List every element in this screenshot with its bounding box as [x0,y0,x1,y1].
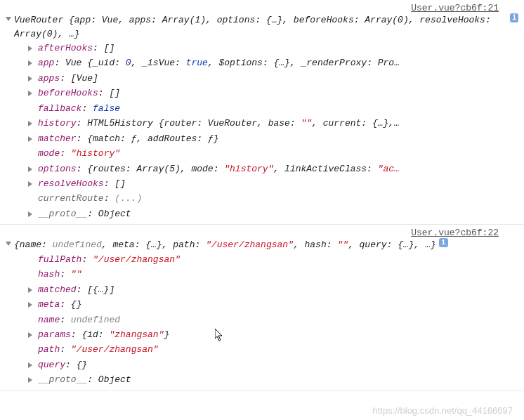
property-value-part: false [93,103,120,114]
property-value-part: , addRoutes: [136,133,207,144]
property-value-part: ƒ [208,133,214,144]
property-body: params: {id: "zhangsan"} [38,327,169,342]
property-value-part: {} [77,360,88,370]
property-value-part: {} [71,299,82,310]
chevron-right-icon[interactable] [28,181,32,187]
chevron-right-icon[interactable] [28,46,32,51]
object-summary: {name: undefined, meta: {…}, path: "/use… [14,238,436,252]
property-body: apps: [Vue] [38,71,98,86]
property-list: fullPath: "/user/zhangsan"hash: ""matche… [6,252,518,388]
property-value-part: "/user/zhangsan" [93,254,181,265]
chevron-right-icon[interactable] [28,76,32,81]
property-row[interactable]: __proto__: Object [28,206,518,221]
property-value-part: "history" [71,148,120,159]
source-link[interactable]: User.vue?cb6f:21 [6,3,518,13]
property-row[interactable]: app: Vue {_uid: 0, _isVue: true, $option… [28,55,518,70]
property-row[interactable]: history: HTML5History {router: VueRouter… [28,116,518,131]
property-key: beforeHooks [38,88,98,98]
object-header[interactable]: {name: undefined, meta: {…}, path: "/use… [6,238,518,252]
property-body: query: {} [38,357,87,372]
property-value-part: {match: [87,133,131,144]
expand-toggle-slot[interactable] [28,372,38,383]
expand-toggle-slot[interactable] [28,71,38,81]
expand-toggle-slot [28,191,38,194]
chevron-right-icon[interactable] [28,121,32,126]
property-key: matched [38,284,77,295]
property-value-part: , _isVue: [131,58,186,68]
property-row[interactable]: matcher: {match: ƒ, addRoutes: ƒ} [28,131,518,146]
property-key: __proto__ [38,374,87,385]
property-value-part: "zhangsan" [109,329,164,340]
expand-toggle-slot[interactable] [28,131,38,142]
expand-toggle-slot[interactable] [28,55,38,66]
expand-toggle-icon[interactable] [6,242,11,246]
property-value-part: } [214,133,219,144]
property-row[interactable]: afterHooks: [] [28,41,518,55]
property-value-part: , current: {…},… [312,118,400,129]
chevron-right-icon[interactable] [28,211,32,217]
property-row[interactable]: options: {routes: Array(5), mode: "histo… [28,162,518,176]
property-row[interactable]: matched: [{…}] [28,282,518,297]
source-link[interactable]: User.vue?cb6f:22 [6,228,518,238]
expand-toggle-slot[interactable] [28,327,38,338]
property-value-part: Object [98,374,131,385]
chevron-right-icon[interactable] [28,287,32,293]
property-value-part: [] [114,178,126,189]
expand-toggle-icon[interactable] [6,17,11,21]
expand-toggle-slot[interactable] [28,357,38,368]
info-icon[interactable]: i [439,238,448,247]
expand-toggle-slot [28,313,38,315]
chevron-right-icon[interactable] [28,91,32,96]
chevron-right-icon[interactable] [28,302,32,308]
expand-toggle-slot [28,146,38,149]
expand-toggle-slot[interactable] [28,41,38,51]
expand-toggle-slot[interactable] [28,86,38,96]
console-panel: User.vue?cb6f:21VueRouter {app: Vue, app… [0,0,524,391]
property-value-part: (...) [114,193,142,204]
property-value-part: [{…}] [87,284,114,295]
property-row[interactable]: params: {id: "zhangsan"} [28,327,518,342]
property-row[interactable]: __proto__: Object [28,372,518,387]
expand-toggle-slot[interactable] [28,116,38,126]
expand-toggle-slot[interactable] [28,297,38,308]
property-key: query [38,360,65,370]
expand-toggle-slot[interactable] [28,206,38,217]
property-row[interactable]: resolveHooks: [] [28,176,518,191]
chevron-right-icon[interactable] [28,166,32,172]
chevron-right-icon[interactable] [28,377,32,383]
property-key: history [38,118,77,129]
property-key: fullPath [38,254,81,265]
property-value-part: "history" [224,164,273,174]
property-body: fullPath: "/user/zhangsan" [38,252,181,267]
property-value-part: HTML5History {router: VueRouter, base: [87,118,301,129]
expand-toggle-slot[interactable] [28,282,38,293]
object-header[interactable]: VueRouter {app: Vue, apps: Array(1), opt… [6,13,518,41]
property-key: name [38,315,60,325]
property-row[interactable]: query: {} [28,357,518,372]
property-body: fallback: false [38,101,120,116]
chevron-right-icon[interactable] [28,332,32,338]
property-body: hash: "" [38,267,81,282]
expand-toggle-slot[interactable] [28,162,38,172]
property-value-part: "" [301,118,312,129]
info-icon[interactable]: i [510,13,518,22]
property-body: history: HTML5History {router: VueRouter… [38,116,400,131]
property-row: fullPath: "/user/zhangsan" [28,252,518,267]
chevron-right-icon[interactable] [28,362,32,368]
property-row: hash: "" [28,267,518,282]
object-summary: VueRouter {app: Vue, apps: Array(1), opt… [14,13,507,41]
property-value-part: "/user/zhangsan" [71,344,159,355]
expand-toggle-slot[interactable] [28,176,38,187]
property-value-part: Vue {_uid: [65,58,126,68]
property-value-part: "ac… [378,164,400,174]
property-list: afterHooks: []app: Vue {_uid: 0, _isVue:… [6,41,518,221]
chevron-right-icon[interactable] [28,60,32,66]
chevron-right-icon[interactable] [28,136,32,142]
property-body: __proto__: Object [38,372,131,387]
property-row[interactable]: meta: {} [28,297,518,312]
property-body: __proto__: Object [38,206,131,221]
property-key: hash [38,269,60,280]
property-row[interactable]: apps: [Vue] [28,71,518,86]
property-row[interactable]: beforeHooks: [] [28,86,518,100]
property-key: resolveHooks [38,178,104,189]
